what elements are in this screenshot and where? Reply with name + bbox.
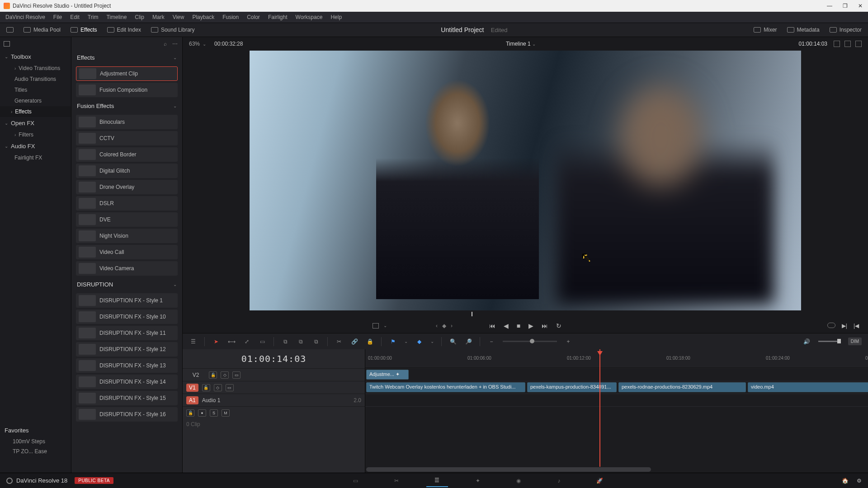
track-header-v1[interactable]: V1 🔓 ◇ ▭ <box>183 381 365 394</box>
color-page-tab[interactable]: ◉ <box>508 474 529 487</box>
window-maximize-button[interactable]: ❐ <box>841 3 849 9</box>
cut-page-tab[interactable]: ✂ <box>386 474 407 487</box>
media-page-tab[interactable]: ▭ <box>345 474 367 487</box>
track-header-v2[interactable]: V2 🔓 ◇ ▭ <box>183 368 365 381</box>
effect-binoculars[interactable]: Binoculars <box>76 115 178 129</box>
menu-help[interactable]: Help <box>330 14 342 20</box>
effect-digital-glitch[interactable]: Digital Glitch <box>76 164 178 178</box>
window-minimize-button[interactable]: — <box>826 3 834 9</box>
window-close-button[interactable]: ✕ <box>856 3 864 9</box>
menu-mark[interactable]: Mark <box>152 14 165 20</box>
effect-disruption-fx-style-13[interactable]: DISRUPTION FX - Style 13 <box>76 358 178 373</box>
selection-tool-icon[interactable]: ➤ <box>212 338 220 345</box>
menu-timeline[interactable]: Timeline <box>106 14 127 20</box>
bypass-icon[interactable] <box>834 41 840 47</box>
toolbar-mixer[interactable]: Mixer <box>754 27 777 33</box>
track-a1[interactable] <box>365 406 868 433</box>
lock-icon[interactable]: 🔓 <box>209 371 217 379</box>
visible-icon[interactable]: ▭ <box>226 384 234 391</box>
trim-tool-icon[interactable]: ⟷ <box>227 338 236 345</box>
favorite-item[interactable]: 100mV Steps <box>5 436 67 446</box>
link-icon[interactable]: 🔗 <box>350 338 359 345</box>
volume-icon[interactable]: 🔊 <box>803 338 811 345</box>
stop-button[interactable]: ■ <box>517 322 520 329</box>
timeline-scrollbar[interactable] <box>366 467 651 472</box>
effect-cctv[interactable]: CCTV <box>76 131 178 145</box>
menu-clip[interactable]: Clip <box>135 14 144 20</box>
zoom-out-icon[interactable]: − <box>487 338 495 345</box>
menu-view[interactable]: View <box>173 14 184 20</box>
fairlight-page-tab[interactable]: ♪ <box>548 474 570 487</box>
menu-fairlight[interactable]: Fairlight <box>268 14 288 20</box>
nav-marker-icon[interactable]: ◆ <box>442 323 446 329</box>
toolbar-media-pool[interactable]: Media Pool <box>24 27 61 33</box>
menu-trim[interactable]: Trim <box>88 14 99 20</box>
menu-fusion[interactable]: Fusion <box>222 14 239 20</box>
effect-disruption-fx-style-15[interactable]: DISRUPTION FX - Style 15 <box>76 391 178 405</box>
timeline-view-icon[interactable]: ☰ <box>189 338 197 345</box>
edit-page-tab[interactable]: ☰ <box>426 474 448 487</box>
effects-section-header[interactable]: Effects⌄ <box>71 51 182 65</box>
effect-dslr[interactable]: DSLR <box>76 196 178 211</box>
playhead[interactable] <box>599 349 600 467</box>
zoom-in-icon[interactable]: + <box>564 338 572 345</box>
menu-playback[interactable]: Playback <box>192 14 214 20</box>
track-v2[interactable]: Adjustme... ✦ <box>365 368 868 381</box>
effect-disruption-fx-style-16[interactable]: DISRUPTION FX - Style 16 <box>76 407 178 422</box>
toolbar-edit-index[interactable]: Edit Index <box>107 27 141 33</box>
prev-edit-icon[interactable]: ‹ <box>436 323 438 329</box>
menu-edit[interactable]: Edit <box>70 14 80 20</box>
zoom-dropdown-icon[interactable]: ⌄ <box>203 42 206 47</box>
home-icon[interactable]: 🏠 <box>842 478 849 484</box>
effect-video-call[interactable]: Video Call <box>76 245 178 259</box>
effect-colored-border[interactable]: Colored Border <box>76 147 178 162</box>
lock-icon[interactable]: 🔓 <box>202 384 210 391</box>
loop-button[interactable]: ↻ <box>556 322 561 329</box>
arm-icon[interactable]: ● <box>198 409 206 417</box>
audiofx-header[interactable]: ⌄Audio FX <box>0 140 71 152</box>
timeline-ruler[interactable]: 01:00:00:00 01:00:06:00 01:00:12:00 01:0… <box>365 349 868 368</box>
toolbar-sound-library[interactable]: Sound Library <box>151 27 195 33</box>
effect-disruption-fx-style-10[interactable]: DISRUPTION FX - Style 10 <box>76 310 178 324</box>
visible-icon[interactable]: ▭ <box>232 371 241 379</box>
lock-icon[interactable]: 🔓 <box>186 409 194 417</box>
fusion-effects-header[interactable]: Fusion Effects⌄ <box>71 99 182 113</box>
volume-slider[interactable] <box>818 341 841 342</box>
razor-icon[interactable]: ✂ <box>335 338 343 345</box>
menu-davinci-resolve[interactable]: DaVinci Resolve <box>5 14 45 20</box>
auto-select-icon[interactable]: ◇ <box>214 384 222 391</box>
viewer-canvas[interactable]: ↖ <box>183 51 868 310</box>
transform-icon[interactable] <box>373 323 379 328</box>
toolbar-effects[interactable]: Effects <box>71 27 97 33</box>
tree-generators[interactable]: Generators <box>0 95 71 106</box>
overwrite-clip-icon[interactable]: ⧉ <box>297 338 305 345</box>
panel-layout-button[interactable] <box>6 27 14 33</box>
clip-video[interactable]: Twitch Webcam Overlay kostenlos herunter… <box>366 382 525 392</box>
toolbox-header[interactable]: ⌄Toolbox <box>0 51 71 63</box>
step-fwd-icon[interactable]: ▶| <box>842 323 847 329</box>
effect-video-camera[interactable]: Video Camera <box>76 261 178 276</box>
track-v1[interactable]: Twitch Webcam Overlay kostenlos herunter… <box>365 381 868 394</box>
dynamic-trim-icon[interactable]: ⤢ <box>243 338 251 345</box>
deliver-page-tab[interactable]: 🚀 <box>589 474 611 487</box>
library-view-icon[interactable] <box>4 41 10 47</box>
tree-fairlightfx[interactable]: Fairlight FX <box>0 152 71 163</box>
tree-titles[interactable]: Titles <box>0 84 71 95</box>
lock-icon[interactable]: 🔒 <box>366 338 374 345</box>
tree-filters[interactable]: ›Filters <box>0 129 71 140</box>
marker-icon[interactable]: ◆ <box>415 338 423 345</box>
timeline-name[interactable]: Timeline 1 <box>506 41 531 47</box>
effect-disruption-fx-style-1[interactable]: DISRUPTION FX - Style 1 <box>76 293 178 308</box>
effect-fusion-composition[interactable]: Fusion Composition <box>76 83 178 97</box>
auto-select-icon[interactable]: ◇ <box>221 371 229 379</box>
favorite-item[interactable]: TP ZO... Ease <box>5 446 67 456</box>
menu-color[interactable]: Color <box>247 14 260 20</box>
menu-file[interactable]: File <box>53 14 62 20</box>
timeline-zoom-slider[interactable] <box>503 341 557 342</box>
effect-adjustment-clip[interactable]: Adjustment Clip <box>76 66 178 81</box>
replace-clip-icon[interactable]: ⧉ <box>312 338 320 345</box>
viewer-scrubber[interactable] <box>189 310 862 319</box>
timeline-dropdown-icon[interactable]: ⌄ <box>532 42 536 47</box>
menu-workspace[interactable]: Workspace <box>296 14 323 20</box>
track-a1-top[interactable] <box>365 394 868 406</box>
